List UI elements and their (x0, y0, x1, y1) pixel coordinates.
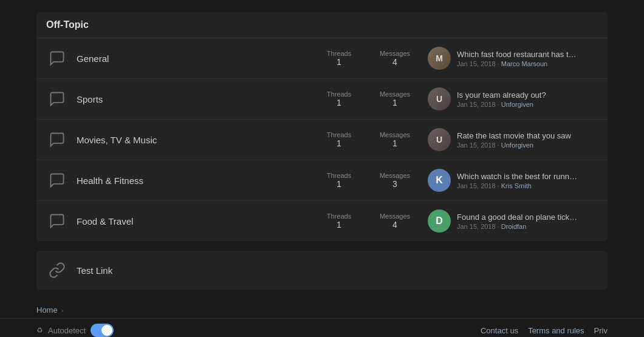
threads-label: Threads (321, 172, 357, 179)
autodetect-icon: ♻ (36, 326, 43, 335)
forum-name-sports: Sports (77, 94, 321, 104)
post-title-sports: Is your team already out? (457, 90, 578, 100)
threads-value: 1 (321, 98, 357, 107)
messages-label: Messages (377, 172, 413, 179)
forum-icon-movies (46, 129, 68, 151)
messages-value: 3 (377, 179, 413, 189)
footer-bottom: ♻ Autodetect Contact us Terms and rules … (0, 318, 644, 337)
autodetect-label: Autodetect (48, 326, 86, 335)
messages-block-general: Messages4 (377, 50, 413, 67)
post-title-health: Which watch is the best for running? (457, 172, 578, 181)
messages-label: Messages (377, 90, 413, 98)
terms-link[interactable]: Terms and rules (528, 326, 584, 335)
post-author-general: Marco Marsoun (501, 60, 547, 67)
messages-label: Messages (377, 50, 413, 57)
messages-block-food: Messages4 (377, 213, 413, 230)
forum-name-food: Food & Travel (77, 216, 321, 226)
breadcrumb-separator: › (61, 307, 64, 314)
breadcrumb-home[interactable]: Home (36, 305, 58, 315)
post-title-movies: Rate the last movie that you saw (457, 131, 578, 140)
messages-block-sports: Messages1 (377, 90, 413, 107)
avatar-health: K (428, 169, 451, 192)
threads-label: Threads (321, 131, 357, 138)
section-title: Off-Topic (46, 19, 89, 30)
messages-block-movies: Messages1 (377, 131, 413, 148)
autodetect-toggle[interactable] (91, 324, 114, 337)
latest-post-sports: U Is your team already out? Jan 15, 2018… (428, 87, 598, 111)
latest-post-food: D Found a good deal on plane tickets... … (428, 209, 598, 233)
threads-label: Threads (321, 50, 357, 57)
test-link-section: Test Link (36, 251, 608, 290)
main-container: Off-Topic GeneralThreads1Messages4M Whic… (0, 0, 644, 290)
post-info-general: Which fast food restaurant has the ... J… (457, 50, 598, 67)
forum-name-movies: Movies, TV & Music (77, 135, 321, 145)
forum-list: GeneralThreads1Messages4M Which fast foo… (36, 38, 608, 241)
avatar-food: D (428, 209, 451, 233)
post-info-food: Found a good deal on plane tickets... Ja… (457, 213, 598, 230)
threads-block-sports: Threads1 (321, 90, 357, 107)
forum-row-food[interactable]: Food & TravelThreads1Messages4D Found a … (36, 201, 608, 241)
link-icon (46, 259, 68, 281)
footer-links: Contact us Terms and rules Priv (481, 326, 608, 335)
threads-value: 1 (321, 138, 357, 148)
forum-row-sports[interactable]: SportsThreads1Messages1U Is your team al… (36, 79, 608, 120)
threads-block-movies: Threads1 (321, 131, 357, 148)
forum-name-general: General (77, 53, 321, 64)
avatar-movies: U (428, 128, 451, 151)
post-meta-food: Jan 15, 2018 · Droidfan (457, 223, 598, 230)
avatar-sports: U (428, 87, 451, 111)
post-author-movies: Unforgiven (501, 141, 533, 149)
forum-stats-food: Threads1Messages4 (321, 213, 413, 230)
test-link-name: Test Link (77, 265, 598, 276)
section-header: Off-Topic (36, 12, 608, 38)
post-author-food: Droidfan (501, 223, 527, 230)
forum-name-health: Health & Fitness (77, 175, 321, 186)
forum-row-general[interactable]: GeneralThreads1Messages4M Which fast foo… (36, 38, 608, 79)
latest-post-general: M Which fast food restaurant has the ...… (428, 47, 598, 70)
forum-icon-sports (46, 88, 68, 110)
messages-value: 4 (377, 57, 413, 67)
off-topic-section: Off-Topic GeneralThreads1Messages4M Whic… (36, 12, 608, 241)
forum-stats-movies: Threads1Messages1 (321, 131, 413, 148)
post-info-movies: Rate the last movie that you saw Jan 15,… (457, 131, 598, 149)
forum-icon-health (46, 169, 68, 191)
threads-block-general: Threads1 (321, 50, 357, 67)
post-author-sports: Unforgiven (501, 101, 533, 108)
forum-stats-sports: Threads1Messages1 (321, 90, 413, 107)
contact-us-link[interactable]: Contact us (481, 326, 518, 335)
avatar-general: M (428, 47, 451, 70)
post-info-sports: Is your team already out? Jan 15, 2018 ·… (457, 90, 598, 108)
test-link-row[interactable]: Test Link (36, 251, 608, 290)
threads-block-food: Threads1 (321, 213, 357, 230)
threads-value: 1 (321, 179, 357, 189)
post-title-general: Which fast food restaurant has the ... (457, 50, 578, 59)
breadcrumb: Home › (0, 299, 644, 318)
latest-post-health: K Which watch is the best for running? J… (428, 169, 598, 192)
messages-value: 1 (377, 98, 413, 107)
post-info-health: Which watch is the best for running? Jan… (457, 172, 598, 189)
messages-value: 1 (377, 138, 413, 148)
toggle-knob (101, 325, 112, 336)
threads-value: 1 (321, 220, 357, 230)
threads-label: Threads (321, 213, 357, 220)
post-meta-movies: Jan 15, 2018 · Unforgiven (457, 141, 598, 149)
threads-block-health: Threads1 (321, 172, 357, 189)
forum-row-movies[interactable]: Movies, TV & MusicThreads1Messages1U Rat… (36, 120, 608, 160)
post-meta-general: Jan 15, 2018 · Marco Marsoun (457, 60, 598, 67)
forum-icon-general (46, 47, 68, 69)
post-author-health: Kris Smith (501, 182, 532, 189)
forum-row-health[interactable]: Health & FitnessThreads1Messages3K Which… (36, 160, 608, 201)
post-title-food: Found a good deal on plane tickets... (457, 213, 578, 222)
messages-value: 4 (377, 220, 413, 230)
messages-block-health: Messages3 (377, 172, 413, 189)
messages-label: Messages (377, 213, 413, 220)
messages-label: Messages (377, 131, 413, 138)
post-meta-health: Jan 15, 2018 · Kris Smith (457, 182, 598, 189)
forum-icon-food (46, 210, 68, 232)
autodetect-area: ♻ Autodetect (36, 324, 114, 337)
threads-label: Threads (321, 90, 357, 98)
forum-stats-health: Threads1Messages3 (321, 172, 413, 189)
privacy-link[interactable]: Priv (594, 326, 608, 335)
threads-value: 1 (321, 57, 357, 67)
forum-stats-general: Threads1Messages4 (321, 50, 413, 67)
